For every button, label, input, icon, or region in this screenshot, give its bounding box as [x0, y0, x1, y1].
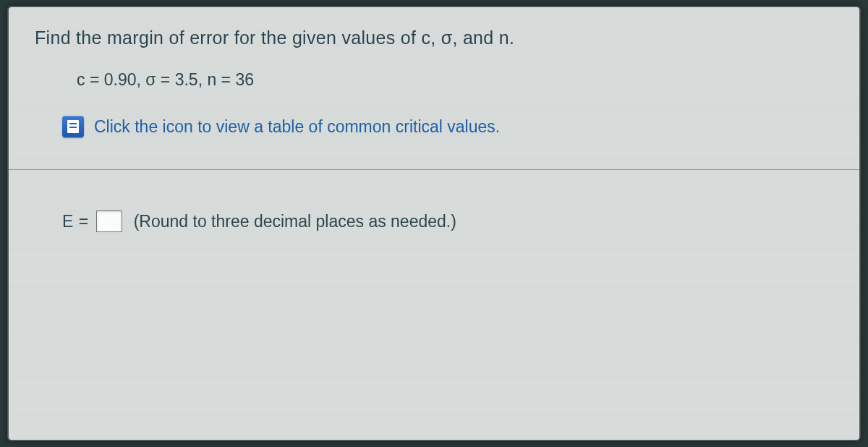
- page-icon: [67, 120, 79, 133]
- table-icon-button[interactable]: [62, 116, 84, 137]
- answer-row: E = (Round to three decimal places as ne…: [62, 210, 833, 232]
- question-title: Find the margin of error for the given v…: [35, 27, 833, 48]
- answer-prefix: E =: [62, 212, 89, 231]
- table-link-row: Click the icon to view a table of common…: [62, 116, 833, 137]
- table-link-text[interactable]: Click the icon to view a table of common…: [94, 117, 500, 137]
- section-divider: [9, 169, 859, 170]
- answer-input[interactable]: [96, 210, 122, 232]
- question-params: c = 0.90, σ = 3.5, n = 36: [77, 70, 833, 90]
- answer-hint: (Round to three decimal places as needed…: [134, 212, 456, 231]
- question-window: Find the margin of error for the given v…: [7, 6, 861, 441]
